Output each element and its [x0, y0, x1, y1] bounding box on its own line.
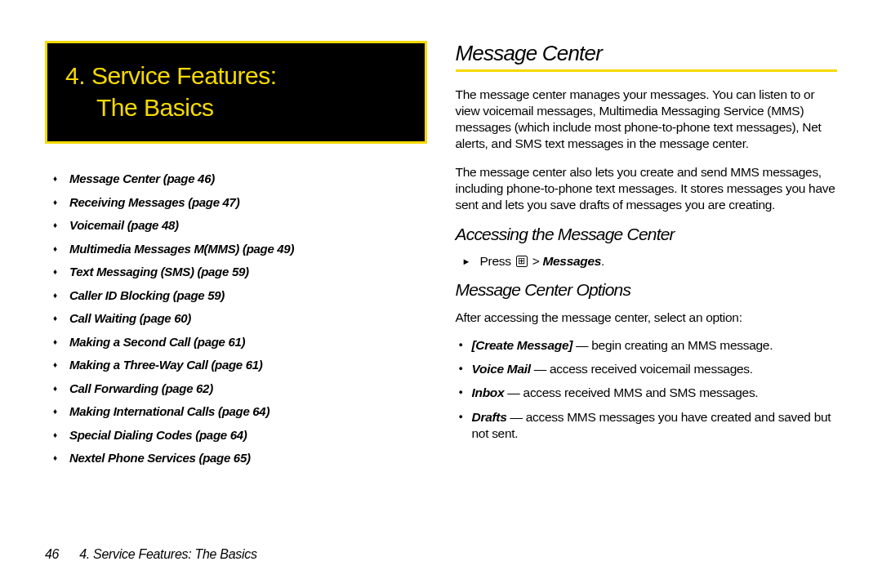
toc-item[interactable]: Caller ID Blocking (page 59) [69, 289, 427, 301]
option-item: [Create Message] — begin creating an MMS… [472, 337, 838, 354]
toc-item[interactable]: Text Messaging (SMS) (page 59) [69, 265, 427, 278]
subsection-title: Message Center Options [456, 280, 838, 300]
option-item: Inbox — access received MMS and SMS mess… [472, 385, 838, 401]
footer-label: 4. Service Features: The Basics [79, 547, 256, 561]
step-end: . [601, 254, 604, 268]
toc-item[interactable]: Making a Three-Way Call (page 61) [69, 359, 427, 371]
option-item: Voice Mail — access received voicemail m… [472, 361, 838, 377]
toc-item[interactable]: Making International Calls (page 64) [69, 405, 427, 417]
chapter-heading-box: 4. Service Features: The Basics [45, 41, 427, 144]
option-label: Inbox [472, 385, 505, 399]
chapter-line2: The Basics [65, 94, 213, 121]
option-desc: — access received MMS and SMS messages. [504, 385, 758, 399]
page-footer: 46 4. Service Features: The Basics [45, 547, 257, 562]
paragraph: The message center manages your messages… [456, 87, 838, 153]
right-column: Message Center The message center manage… [456, 41, 838, 531]
toc-item[interactable]: Call Waiting (page 60) [69, 312, 427, 324]
paragraph: The message center also lets you create … [456, 164, 838, 213]
page-content: 4. Service Features: The Basics Message … [45, 41, 837, 531]
menu-key-icon [516, 256, 528, 267]
left-column: 4. Service Features: The Basics Message … [45, 41, 427, 531]
option-desc: — begin creating an MMS message. [572, 338, 773, 352]
option-item: Drafts — access MMS messages you have cr… [472, 409, 838, 442]
toc-item[interactable]: Making a Second Call (page 61) [69, 336, 427, 348]
toc-item[interactable]: Call Forwarding (page 62) [69, 382, 427, 394]
option-desc: — access MMS messages you have created a… [472, 410, 831, 440]
toc-item[interactable]: Nextel Phone Services (page 65) [69, 452, 427, 464]
toc-item[interactable]: Voicemail (page 48) [69, 219, 427, 231]
chapter-number: 4. [65, 62, 85, 89]
toc-item[interactable]: Special Dialing Codes (page 64) [69, 429, 427, 441]
step-target: Messages [542, 254, 601, 268]
page-number: 46 [45, 547, 76, 562]
options-intro: After accessing the message center, sele… [456, 310, 838, 326]
toc-item[interactable]: Multimedia Messages M(MMS) (page 49) [69, 243, 427, 255]
step-instruction: Press > Messages. [456, 254, 838, 269]
toc-list: Message Center (page 46) Receiving Messa… [45, 172, 427, 464]
subsection-title: Accessing the Message Center [456, 225, 838, 244]
chapter-title: 4. Service Features: The Basics [65, 60, 407, 123]
step-press-label: Press [480, 254, 514, 268]
toc-item[interactable]: Receiving Messages (page 47) [69, 196, 427, 208]
toc-item[interactable]: Message Center (page 46) [69, 172, 427, 185]
section-rule [456, 69, 838, 72]
section-title: Message Center [456, 41, 838, 66]
chapter-line1: Service Features: [91, 62, 277, 89]
option-label: Drafts [472, 410, 507, 424]
step-gt: > [529, 254, 543, 268]
option-desc: — access received voicemail messages. [531, 362, 753, 376]
options-list: [Create Message] — begin creating an MMS… [456, 337, 838, 442]
option-label: [Create Message] [472, 338, 573, 352]
option-label: Voice Mail [472, 362, 531, 376]
